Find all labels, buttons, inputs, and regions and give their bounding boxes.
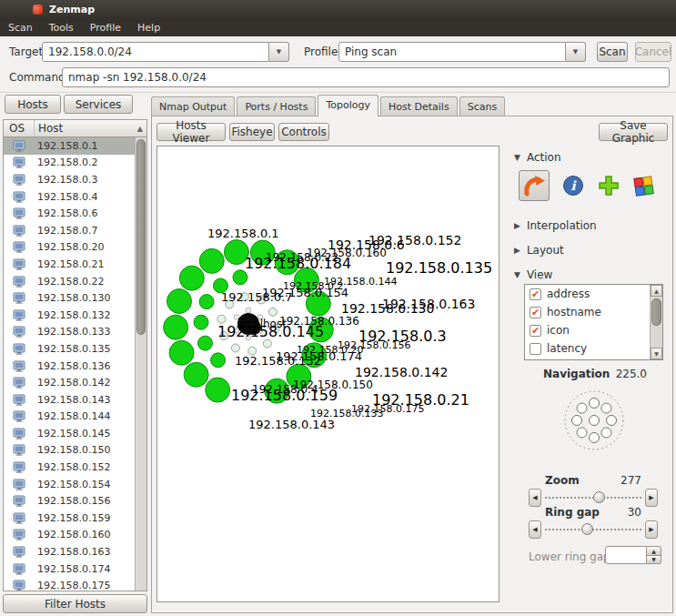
tab-host-details[interactable]: Host Details — [380, 96, 458, 116]
zoom-slider-track[interactable] — [545, 489, 641, 507]
host-table-header[interactable]: OS Host ▲ — [4, 120, 146, 137]
host-address: 192.158.0.154 — [35, 479, 110, 490]
ring-gap-slider-track[interactable] — [545, 520, 641, 539]
tab-scans[interactable]: Scans — [459, 96, 505, 116]
host-address: 192.158.0.135 — [35, 343, 110, 355]
scroll-down-icon[interactable]: ▼ — [651, 348, 662, 359]
navigation-ring-widget[interactable] — [556, 382, 632, 459]
host-row[interactable]: 192.158.0.133 — [4, 324, 135, 341]
palette-icon[interactable] — [632, 174, 656, 197]
host-row[interactable]: 192.158.0.3 — [4, 171, 135, 188]
target-dropdown-button[interactable]: ▼ — [269, 42, 289, 62]
controls-button[interactable]: Controls — [278, 123, 329, 141]
lower-ring-gap-spinbox: ▲ ▼ — [605, 546, 661, 564]
interpolation-expander[interactable]: ▶ Interpolation — [514, 219, 597, 232]
host-row[interactable]: 192.158.0.143 — [4, 391, 135, 409]
menu-help[interactable]: Help — [129, 20, 168, 35]
checked-checkbox-icon[interactable]: ✔ — [530, 325, 541, 337]
slider-left-arrow-icon[interactable]: ◀ — [529, 520, 541, 539]
scroll-up-icon[interactable]: ▲ — [651, 285, 662, 297]
spin-up-icon[interactable]: ▲ — [647, 546, 661, 556]
view-option-latency[interactable]: latency — [525, 339, 650, 358]
host-row[interactable]: 192.158.0.4 — [4, 188, 135, 206]
scrollbar-thumb[interactable] — [136, 139, 146, 335]
host-row[interactable]: 192.158.0.144 — [4, 409, 135, 426]
hosts-viewer-button[interactable]: Hosts Viewer — [156, 123, 226, 141]
command-input[interactable] — [62, 67, 670, 87]
tab-nmap-output[interactable]: Nmap Output — [151, 96, 235, 116]
host-row[interactable]: 192.158.0.21 — [4, 256, 135, 273]
host-row[interactable]: 192.158.0.159 — [4, 510, 135, 527]
profile-input[interactable] — [338, 42, 566, 62]
spin-down-icon[interactable]: ▼ — [647, 556, 661, 565]
ring-gap-slider-thumb[interactable] — [581, 523, 593, 535]
info-icon[interactable]: i — [561, 174, 585, 197]
menu-tools[interactable]: Tools — [41, 20, 82, 35]
checked-checkbox-icon[interactable]: ✔ — [530, 288, 541, 300]
host-address: 192.158.0.22 — [35, 276, 104, 288]
host-row[interactable]: 192.158.0.156 — [4, 492, 135, 510]
scan-button[interactable]: Scan — [597, 42, 628, 62]
checked-checkbox-icon[interactable]: ✔ — [530, 307, 541, 318]
unchecked-checkbox-icon[interactable] — [530, 343, 541, 355]
filter-hosts-button[interactable]: Filter Hosts — [3, 594, 147, 613]
host-row[interactable]: 192.158.0.154 — [4, 476, 135, 493]
target-input[interactable] — [42, 42, 269, 62]
zoom-slider-thumb[interactable] — [593, 491, 605, 503]
profile-dropdown-button[interactable]: ▼ — [566, 42, 586, 62]
action-expander[interactable]: ▼ Action — [514, 151, 561, 164]
view-option-hostname[interactable]: ✔hostname — [525, 303, 650, 321]
svg-text:192.158.0.175: 192.158.0.175 — [351, 403, 424, 415]
host-row[interactable]: 192.158.0.22 — [4, 273, 135, 290]
host-row[interactable]: 192.158.0.136 — [4, 358, 135, 375]
slider-right-arrow-icon[interactable]: ▶ — [645, 489, 658, 507]
host-row[interactable]: 192.158.0.6 — [4, 205, 135, 222]
host-row[interactable]: 192.158.0.2 — [4, 155, 135, 172]
host-row[interactable]: 192.158.0.132 — [4, 307, 135, 324]
slider-left-arrow-icon[interactable]: ◀ — [529, 489, 541, 507]
fisheye-button[interactable]: Fisheye — [229, 123, 275, 141]
expander-arrow-icon: ▶ — [514, 221, 520, 230]
host-address: 192.158.0.1 — [35, 140, 97, 152]
host-row[interactable]: 192.158.0.150 — [4, 442, 135, 459]
host-row[interactable]: 192.158.0.7 — [4, 222, 135, 239]
host-row[interactable]: 192.158.0.160 — [4, 527, 135, 544]
host-row[interactable]: 192.158.0.20 — [4, 239, 135, 257]
topology-canvas[interactable]: 192.158.0.1192.158.0.2192.158.0.3192.158… — [156, 146, 499, 602]
pointer-arrow-icon[interactable] — [519, 170, 550, 201]
host-row[interactable]: 192.158.0.145 — [4, 425, 135, 442]
menu-profile[interactable]: Profile — [82, 20, 129, 35]
computer-icon — [4, 241, 35, 253]
scrollbar-thumb[interactable] — [651, 298, 661, 326]
lower-ring-gap-input[interactable] — [605, 546, 647, 564]
host-list-scrollbar[interactable] — [135, 137, 146, 591]
host-row[interactable]: 192.158.0.174 — [4, 560, 135, 578]
save-graphic-button[interactable]: Save Graphic — [599, 123, 668, 141]
computer-icon — [4, 479, 35, 490]
host-address: 192.158.0.175 — [35, 580, 110, 591]
add-node-icon[interactable] — [597, 174, 621, 197]
host-row[interactable]: 192.158.0.1 — [4, 137, 135, 155]
services-panel-button[interactable]: Services — [64, 95, 133, 114]
menu-scan[interactable]: Scan — [0, 20, 41, 35]
host-row[interactable]: 192.158.0.152 — [4, 459, 135, 476]
host-row[interactable]: 192.158.0.163 — [4, 543, 135, 560]
os-column-header[interactable]: OS — [4, 120, 35, 136]
host-column-header[interactable]: Host ▲ — [35, 120, 146, 136]
ring-gap-slider[interactable]: ◀ ▶ — [529, 520, 658, 539]
view-options-scrollbar[interactable]: ▲ ▼ — [650, 285, 662, 359]
host-row[interactable]: 192.158.0.175 — [4, 577, 135, 591]
slider-right-arrow-icon[interactable]: ▶ — [645, 520, 658, 539]
view-option-address[interactable]: ✔address — [525, 285, 650, 303]
hosts-panel-button[interactable]: Hosts — [5, 95, 61, 114]
zoom-slider[interactable]: ◀ ▶ — [529, 489, 658, 507]
host-row[interactable]: 192.158.0.135 — [4, 340, 135, 358]
host-row[interactable]: 192.158.0.142 — [4, 374, 135, 391]
layout-expander[interactable]: ▶ Layout — [514, 244, 564, 257]
titlebar[interactable]: Zenmap — [0, 0, 676, 19]
view-expander[interactable]: ▼ View — [514, 268, 552, 281]
tab-topology[interactable]: Topology — [318, 95, 378, 116]
host-row[interactable]: 192.158.0.130 — [4, 289, 135, 307]
tab-ports-hosts[interactable]: Ports / Hosts — [237, 96, 316, 116]
view-option-icon[interactable]: ✔icon — [525, 321, 650, 339]
